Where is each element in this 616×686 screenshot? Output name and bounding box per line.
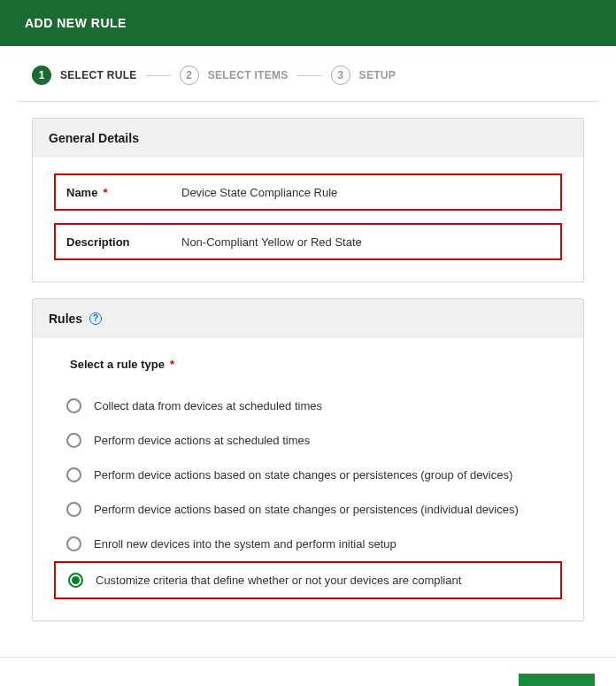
- footer: CANCEL NEXT: [0, 657, 616, 686]
- radio-button: [66, 398, 81, 413]
- step-circle: 3: [331, 66, 350, 85]
- general-details-body: Name* Description: [33, 158, 583, 281]
- step-label: SETUP: [359, 69, 397, 81]
- description-label: Description: [56, 225, 171, 258]
- rule-type-option[interactable]: Customize criteria that define whether o…: [54, 561, 562, 599]
- radio-label: Perform device actions at scheduled time…: [94, 434, 310, 447]
- help-icon[interactable]: ?: [89, 312, 102, 325]
- stepper: 1SELECT RULE2SELECT ITEMS3SETUP: [0, 46, 616, 101]
- radio-button: [66, 433, 81, 448]
- rule-type-radio-list: Collect data from devices at scheduled t…: [54, 389, 562, 599]
- rule-type-option[interactable]: Perform device actions based on state ch…: [54, 492, 562, 527]
- rules-body: Select a rule type* Collect data from de…: [33, 338, 583, 620]
- rule-type-option[interactable]: Perform device actions based on state ch…: [54, 458, 562, 492]
- rules-header: Rules ?: [33, 299, 583, 338]
- cancel-button[interactable]: CANCEL: [423, 674, 504, 686]
- name-input[interactable]: [171, 175, 560, 209]
- step-label: SELECT RULE: [60, 69, 137, 81]
- radio-label: Perform device actions based on state ch…: [94, 503, 519, 516]
- radio-label: Perform device actions based on state ch…: [94, 468, 512, 482]
- dialog-title: ADD NEW RULE: [25, 16, 127, 30]
- radio-button: [66, 467, 81, 482]
- rule-type-option[interactable]: Enroll new devices into the system and p…: [54, 527, 562, 561]
- general-details-title: General Details: [49, 131, 139, 145]
- radio-dot: [72, 576, 80, 584]
- step-line: [297, 75, 322, 76]
- step-circle: 1: [32, 66, 51, 85]
- step-3[interactable]: 3SETUP: [331, 66, 397, 85]
- name-label: Name*: [56, 175, 171, 209]
- step-1[interactable]: 1SELECT RULE: [32, 66, 137, 85]
- general-details-card: General Details Name* Description: [32, 118, 584, 282]
- radio-label: Enroll new devices into the system and p…: [94, 537, 397, 551]
- rules-title: Rules: [49, 312, 82, 326]
- radio-button: [66, 536, 81, 551]
- rule-type-option[interactable]: Collect data from devices at scheduled t…: [54, 389, 562, 423]
- next-button[interactable]: NEXT: [519, 674, 595, 686]
- radio-label: Collect data from devices at scheduled t…: [94, 399, 322, 412]
- radio-label: Customize criteria that define whether o…: [96, 574, 461, 587]
- radio-button: [66, 502, 81, 517]
- step-line: [146, 75, 171, 76]
- description-field-row: Description: [54, 223, 562, 260]
- rule-type-section-title: Select a rule type*: [70, 358, 562, 371]
- general-details-header: General Details: [33, 119, 583, 158]
- step-2[interactable]: 2SELECT ITEMS: [180, 66, 289, 85]
- dialog-header: ADD NEW RULE: [0, 0, 616, 46]
- rule-type-option[interactable]: Perform device actions at scheduled time…: [54, 423, 562, 458]
- rules-card: Rules ? Select a rule type* Collect data…: [32, 298, 584, 621]
- name-field-row: Name*: [54, 173, 562, 211]
- step-circle: 2: [180, 66, 199, 85]
- radio-button: [68, 573, 83, 588]
- content: General Details Name* Description Rules …: [0, 102, 616, 657]
- step-label: SELECT ITEMS: [208, 69, 289, 81]
- required-asterisk: *: [170, 358, 174, 371]
- description-input[interactable]: [171, 225, 560, 258]
- required-asterisk: *: [103, 186, 107, 199]
